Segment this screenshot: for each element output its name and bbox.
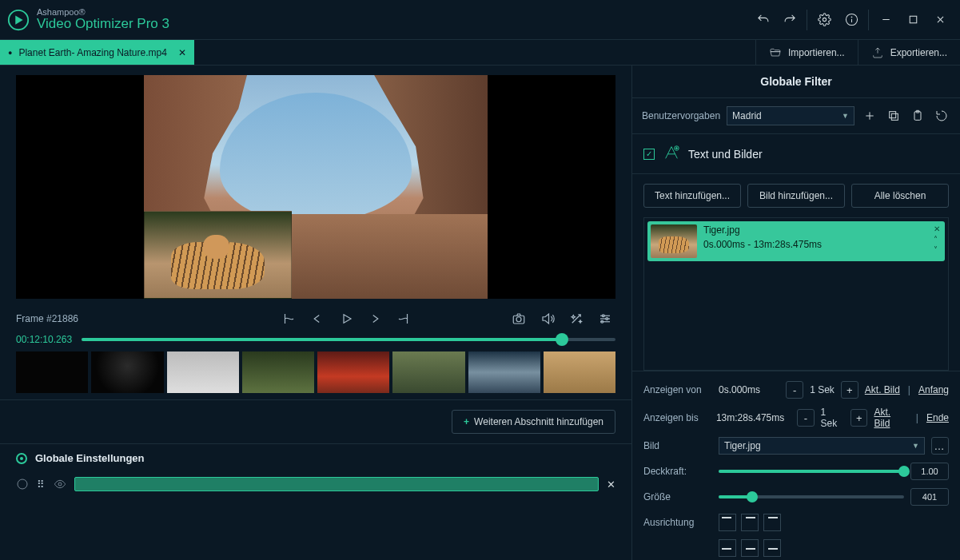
image-browse-button[interactable]: … [931,437,949,455]
opacity-label: Deckkraft: [643,466,712,477]
svg-point-18 [58,483,62,486]
audio-button[interactable] [537,308,558,329]
show-to-step: 1 Sek [821,407,845,429]
show-to-end-link[interactable]: Ende [926,412,949,423]
undo-button[interactable] [749,0,776,40]
add-image-button[interactable]: Bild hinzufügen... [747,184,845,208]
svg-point-10 [516,317,521,322]
mark-out-button[interactable] [393,308,414,329]
prev-frame-button[interactable] [307,308,328,329]
overlay-item-up-icon[interactable]: ˄ [934,235,940,244]
show-to-label: Anzeigen bis [643,412,710,423]
segment-delete-button[interactable]: ✕ [607,479,615,490]
section-checkbox[interactable]: ✓ [643,149,655,160]
toolbar: ● Planet Earth- Amazing Nature.mp4 ✕ Imp… [0,40,960,66]
settings-button[interactable] [811,0,838,40]
show-from-minus-button[interactable]: - [786,381,803,399]
next-frame-button[interactable] [364,308,385,329]
preset-reset-button[interactable] [933,107,950,125]
preset-select[interactable]: Madrid ▼ [727,106,854,125]
size-label: Größe [643,491,712,502]
overlay-image[interactable] [144,211,292,299]
thumbnail[interactable] [468,351,540,393]
thumbnail[interactable] [91,351,163,393]
timeline-slider[interactable] [82,338,615,341]
size-value[interactable]: 401 [910,488,949,506]
clear-all-button[interactable]: Alle löschen [851,184,949,208]
thumbnail[interactable] [167,351,239,393]
file-tab[interactable]: ● Planet Earth- Amazing Nature.mp4 ✕ [0,40,194,65]
folder-open-icon [769,46,782,59]
sliders-button[interactable] [595,308,615,329]
overlay-item-down-icon[interactable]: ˅ [934,245,940,254]
align-mid-center-button[interactable] [741,539,759,557]
export-button[interactable]: Exportieren... [858,40,960,65]
overlay-item-list: Tiger.jpg 0s.000ms - 13m:28s.475ms ✕ ˄ ˅ [643,217,949,371]
segment-loop-icon[interactable] [16,478,29,490]
preset-copy-button[interactable] [885,107,902,125]
segment-bar[interactable] [74,477,599,491]
section-name-label: Text und Bilder [688,148,763,161]
align-mid-right-button[interactable] [763,539,781,557]
thumbnail[interactable] [317,351,389,393]
align-top-left-button[interactable] [719,514,736,531]
thumbnail-strip[interactable] [0,351,631,399]
export-icon [871,46,884,59]
thumbnail[interactable] [392,351,464,393]
preset-paste-button[interactable] [909,107,926,125]
add-text-button[interactable]: Text hinzufügen... [643,184,741,208]
align-top-right-button[interactable] [763,514,781,531]
app-name: Ashampoo® Video Optimizer Pro 3 [37,7,169,32]
opacity-value[interactable]: 1.00 [910,463,949,480]
chevron-down-icon: ▼ [842,112,849,120]
app-logo-icon [6,8,30,32]
magic-wand-button[interactable] [566,308,587,329]
thumbnail[interactable] [242,351,314,393]
chevron-down-icon: ▼ [912,442,919,450]
image-select[interactable]: Tiger.jpg ▼ [719,437,925,455]
size-slider[interactable] [719,495,904,498]
add-section-button[interactable]: + Weiteren Abschnitt hinzufügen [452,410,615,434]
file-tab-close-icon[interactable]: ✕ [178,47,186,58]
thumbnail[interactable] [16,351,88,393]
close-window-button[interactable] [926,0,954,40]
overlay-item[interactable]: Tiger.jpg 0s.000ms - 13m:28s.475ms ✕ ˄ ˅ [647,221,945,261]
alignment-label: Ausrichtung [643,517,712,528]
svg-point-1 [823,18,826,21]
redo-button[interactable] [776,0,803,40]
radio-active-icon [16,453,27,464]
opacity-slider[interactable] [719,470,904,473]
segment-visibility-icon[interactable] [54,478,66,490]
global-settings-label: Globale Einstellungen [35,452,145,464]
add-section-label: Weiteren Abschnitt hinzufügen [474,416,603,427]
show-from-label: Anzeigen von [643,384,712,395]
section-text-and-images[interactable]: ✓ Text und Bilder [632,133,960,174]
svg-rect-6 [910,16,917,23]
overlay-item-remove-icon[interactable]: ✕ [934,224,940,233]
import-button[interactable]: Importieren... [755,40,858,65]
snapshot-button[interactable] [508,308,529,329]
maximize-button[interactable] [899,0,926,40]
show-to-plus-button[interactable]: + [850,409,867,427]
show-to-minus-button[interactable]: - [797,409,814,427]
svg-rect-21 [891,113,898,120]
show-to-current-link[interactable]: Akt. Bild [874,407,907,429]
title-bar: Ashampoo® Video Optimizer Pro 3 [0,0,960,40]
frame-label: Frame #21886 [16,313,78,324]
play-button[interactable] [336,308,357,329]
thumbnail[interactable] [544,351,615,393]
preset-label: Benutzervorgaben [642,110,720,121]
show-from-plus-button[interactable]: + [841,381,858,399]
minimize-button[interactable] [872,0,899,40]
show-from-start-link[interactable]: Anfang [918,384,949,395]
align-top-center-button[interactable] [741,514,759,531]
file-tab-label: Planet Earth- Amazing Nature.mp4 [18,47,166,58]
video-preview[interactable] [16,75,615,299]
show-from-current-link[interactable]: Akt. Bild [865,384,900,395]
info-button[interactable] [838,0,865,40]
align-mid-left-button[interactable] [719,539,736,557]
mark-in-button[interactable] [278,308,299,329]
segment-handle-icon[interactable]: ⠿ [37,479,46,490]
global-settings-header[interactable]: Globale Einstellungen [0,443,631,472]
preset-add-button[interactable] [861,107,878,125]
